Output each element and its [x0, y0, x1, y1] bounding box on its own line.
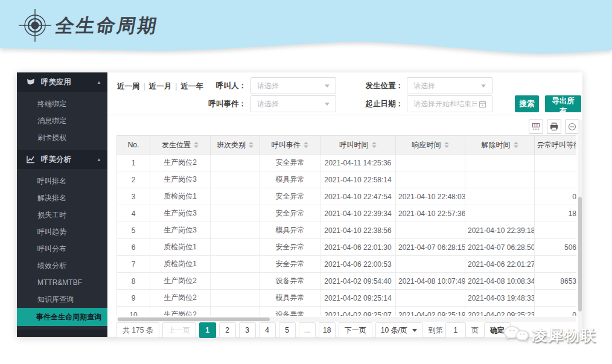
sidebar-section-label: 呼美分析 [41, 155, 97, 165]
sidebar-item[interactable]: 刷卡授权 [17, 129, 107, 146]
sidebar-item-active[interactable]: 事件全生命周期查询 [17, 308, 107, 326]
quick-range-link[interactable]: 近一月 [149, 82, 172, 91]
event-select[interactable]: 请选择 [250, 95, 336, 112]
vertical-scrollbar-thumb[interactable] [578, 197, 582, 311]
sidebar-section-label: 呼美应用 [41, 77, 97, 88]
sidebar-item[interactable]: 呼叫排名 [17, 173, 107, 190]
table-row: 8生产岗位2设备异常2021-04-02 09:54:402021-04-08 … [117, 273, 577, 290]
table-cell: 2021-04-08 10:07:49 [396, 273, 465, 290]
date-range-field[interactable] [412, 99, 478, 109]
table-cell: 8653 [535, 273, 577, 290]
caret-down-icon [481, 85, 486, 88]
sidebar-item[interactable]: 解决排名 [17, 190, 107, 206]
column-header[interactable]: 班次类别 [211, 136, 260, 155]
table-cell: 2021-04-03 19:48:33 [465, 290, 535, 307]
column-header[interactable]: 发生位置 [150, 136, 211, 155]
print-icon[interactable] [547, 120, 561, 134]
caret-down-icon [325, 103, 330, 106]
page-number-button[interactable]: 4 [259, 322, 276, 338]
sidebar-item[interactable]: 呼叫分布 [17, 240, 107, 257]
column-header[interactable]: 呼叫事件 [260, 136, 320, 155]
table-cell [535, 290, 577, 307]
quick-range-link[interactable]: 近一周 [117, 82, 140, 91]
table-cell: 质检岗位1 [150, 239, 211, 256]
table-cell: 模具异常 [260, 290, 320, 307]
search-button[interactable]: 搜索 [515, 95, 539, 112]
next-page-button[interactable]: 下一页 [339, 322, 372, 338]
page-size-select[interactable]: 10 条/页 [375, 322, 422, 338]
calendar-icon [478, 100, 487, 109]
column-header[interactable]: 响应时间 [396, 136, 465, 155]
prev-page-button[interactable]: 上一页 [162, 322, 196, 338]
table-cell: 2021-04-10 22:48:03 [396, 188, 465, 205]
columns-icon[interactable] [529, 120, 543, 134]
sort-carets-icon[interactable] [444, 142, 449, 148]
location-select-placeholder: 请选择 [413, 81, 481, 91]
filter-bar: 近一周|近一月|近一年 呼叫人： 请选择 发生位置： 请选择 呼叫事件： 请选择… [107, 72, 582, 115]
table-cell [396, 256, 465, 273]
sidebar-item[interactable]: 终端绑定 [17, 95, 107, 112]
table-row: 7质检岗位1安全异常2021-04-06 22:00:532021-04-06 … [117, 256, 577, 273]
table-cell: 3 [117, 188, 150, 205]
table-cell: 2021-04-07 06:28:15 [396, 239, 465, 256]
sidebar-item[interactable]: 损失工时 [17, 206, 107, 223]
table-cell: 4 [117, 205, 150, 222]
event-select-placeholder: 请选择 [257, 99, 325, 109]
location-select[interactable]: 请选择 [407, 77, 492, 94]
sidebar-item[interactable]: 消息绑定 [17, 112, 107, 129]
page-number-button[interactable]: 2 [219, 322, 236, 338]
sidebar-section-header[interactable]: 呼美分析▲ [17, 150, 107, 169]
page-number-active[interactable]: 1 [199, 322, 216, 338]
table-cell: 8 [117, 273, 150, 290]
pagination-total: 共 175 条 [116, 322, 159, 338]
sort-carets-icon[interactable] [372, 142, 377, 148]
table-row: 9生产岗位2模具异常2021-04-02 09:25:142021-04-03 … [117, 290, 577, 307]
target-crosshair-icon [18, 8, 53, 45]
table-cell: 0 [535, 307, 577, 316]
sidebar-item[interactable]: 呼叫趋势 [17, 223, 107, 240]
table-cell [396, 290, 465, 307]
sidebar-section-header[interactable]: 呼美应用▲ [17, 72, 107, 92]
sidebar: 呼美应用▲终端绑定消息绑定刷卡授权呼美分析▲呼叫排名解决排名损失工时呼叫趋势呼叫… [17, 72, 107, 337]
caret-down-icon [325, 85, 330, 88]
table-cell [535, 155, 577, 171]
event-label: 呼叫事件： [186, 95, 246, 112]
table-header-row: No.发生位置班次类别呼叫事件呼叫时间响应时间解除时间异常呼叫等待时 [117, 136, 577, 155]
page-number-button[interactable]: 18 [319, 322, 336, 338]
sort-carets-icon[interactable] [304, 142, 308, 148]
table-cell: 生产岗位2 [150, 273, 211, 290]
watermark: 凌犀物联 [503, 324, 597, 346]
page-number-button[interactable]: ... [299, 322, 316, 338]
table-cell: 设备异常 [260, 273, 320, 290]
sort-carets-icon[interactable] [249, 142, 253, 148]
table-cell [211, 290, 260, 307]
column-header[interactable]: 解除时间 [465, 136, 535, 155]
column-header[interactable]: 呼叫时间 [320, 136, 396, 155]
table-cell: 质检岗位1 [150, 256, 211, 273]
sidebar-item[interactable]: 知识库查询 [17, 291, 107, 308]
caller-label: 呼叫人： [186, 77, 246, 94]
table-toolbar [529, 120, 579, 134]
sort-carets-icon[interactable] [514, 142, 518, 148]
table-cell: 生产岗位3 [150, 205, 211, 222]
table-cell: 2 [117, 171, 150, 188]
sort-carets-icon[interactable] [194, 142, 199, 148]
date-range-input[interactable] [407, 95, 492, 112]
sidebar-item[interactable]: 绩效分析 [17, 257, 107, 274]
table-cell: 安全异常 [260, 155, 320, 171]
sidebar-item[interactable]: MTTR&MTBF [17, 274, 107, 291]
table-cell: 506 [535, 239, 577, 256]
table-cell: 设备异常 [260, 307, 320, 316]
jump-page-input[interactable] [445, 322, 466, 338]
horizontal-scrollbar-thumb[interactable] [118, 318, 270, 321]
page-number-button[interactable]: 3 [239, 322, 256, 338]
pagination: 共 175 条上一页12345...18下一页10 条/页到第页确定 [116, 322, 514, 338]
column-header-label: 异常呼叫等待时 [537, 140, 576, 150]
page-number-button[interactable]: 5 [279, 322, 296, 338]
table-cell [211, 171, 260, 188]
export-all-button[interactable]: 导出所有 [545, 95, 581, 112]
table-cell: 2021-04-10 22:39:34 [320, 205, 396, 222]
column-header-label: 解除时间 [482, 140, 511, 150]
location-label: 发生位置： [343, 77, 403, 94]
caller-select[interactable]: 请选择 [250, 77, 336, 94]
